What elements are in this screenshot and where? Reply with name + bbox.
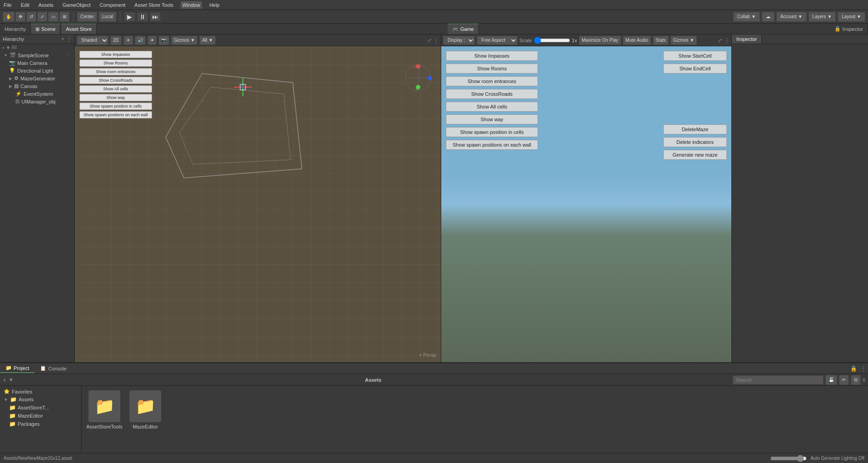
game-menu-icon[interactable]: ⋮	[724, 37, 730, 44]
bottom-menu-icon[interactable]: ⋮	[859, 365, 868, 372]
scene-show-way[interactable]: Show way	[79, 94, 152, 101]
assets-search-input[interactable]	[733, 375, 824, 384]
sidebar-packages[interactable]: 📁 Packages	[2, 420, 79, 428]
game-show-endcell[interactable]: Show EndCell	[663, 64, 727, 74]
game-delete-maze[interactable]: DeleteMaze	[663, 124, 727, 134]
scene-maximize-icon[interactable]: ⤢	[427, 37, 432, 44]
hierarchy-menu-icon[interactable]: ⋮	[66, 36, 72, 42]
scene-show-crossroads[interactable]: Show CrossRoads	[79, 77, 152, 84]
rect-tool[interactable]: ▭	[48, 12, 59, 22]
scene-show-rooms[interactable]: Show Rooms	[79, 59, 152, 67]
multi-tool[interactable]: ⊞	[59, 12, 69, 22]
hierarchy-item-maincamera[interactable]: 📷 Main Camera	[0, 59, 74, 67]
zoom-slider[interactable]	[770, 455, 807, 462]
scale-tool[interactable]: ⤢	[37, 12, 47, 22]
game-show-spawn-walls[interactable]: Show spawn positions on each wall	[446, 140, 538, 150]
game-show-spawn-cells[interactable]: Show spawn position in cells	[446, 127, 538, 137]
game-gizmos-btn[interactable]: Gizmos ▼	[671, 36, 697, 45]
sidebar-assets[interactable]: ▼ 📁 Assets	[2, 395, 79, 404]
lighting-toggle[interactable]: ☀	[123, 36, 133, 45]
scene-all-btn[interactable]: All ▼	[199, 36, 216, 45]
game-show-crossroads[interactable]: Show CrossRoads	[446, 89, 538, 99]
aspect-select[interactable]: Free Aspect	[477, 36, 518, 45]
menu-asset-store-tools[interactable]: Asset Store Tools	[133, 1, 175, 9]
assets-add-btn[interactable]: +	[3, 376, 6, 384]
hand-tool[interactable]: ✋	[3, 12, 15, 22]
bottom-tab-console[interactable]: 📋 Console	[35, 364, 72, 373]
hierarchy-item-uimanager[interactable]: ⊡ UIManager_obj	[0, 98, 74, 105]
hierarchy-item-canvas[interactable]: ▶ ▤ Canvas	[0, 82, 74, 90]
display-select[interactable]: Display 1	[443, 36, 475, 45]
step-button[interactable]: ⏭	[149, 12, 161, 22]
game-show-way[interactable]: Show way	[446, 114, 538, 124]
pivot-btn[interactable]: Center	[77, 12, 97, 22]
game-show-impasses[interactable]: Show Impasses	[446, 51, 538, 61]
hierarchy-item-mazegenerator[interactable]: ▶ ⚙ MazeGenerator	[0, 74, 74, 82]
play-button[interactable]: ▶	[124, 12, 136, 22]
game-show-all-cells[interactable]: Show All cells	[446, 102, 538, 112]
cloud-button[interactable]: ☁	[762, 12, 774, 22]
bottom-tab-project[interactable]: 📁 Project	[0, 364, 35, 373]
scene-canvas[interactable]: Y X Z Show Impasses Show Rooms Show room…	[75, 46, 441, 362]
scale-slider[interactable]	[534, 37, 570, 44]
pause-button[interactable]: ⏸	[137, 12, 148, 22]
sidebar-assetstoretools[interactable]: 📁 AssetStoreT...	[2, 404, 79, 412]
scene-tab[interactable]: ⊞ Scene	[31, 24, 60, 34]
asset-item-mazeeditor[interactable]: 📁 MazeEditor	[127, 390, 163, 429]
maximize-on-play[interactable]: Maximize On Play	[579, 36, 621, 45]
inspector-panel-tab[interactable]: 🔒 Inspector	[830, 24, 868, 34]
account-button[interactable]: Account ▼	[776, 12, 807, 22]
mute-audio[interactable]: Mute Audio	[623, 36, 651, 45]
menu-edit[interactable]: Edit	[19, 1, 31, 9]
menu-file[interactable]: File	[2, 1, 14, 9]
game-tab[interactable]: 🎮 Game	[448, 24, 479, 34]
game-maximize-icon[interactable]: ⤢	[718, 37, 722, 44]
game-show-startcell[interactable]: Show StartCell	[663, 51, 727, 61]
game-canvas[interactable]: Show Impasses Show Rooms Show room entra…	[441, 46, 731, 362]
assets-save-btn[interactable]: 💾	[825, 375, 837, 385]
sidebar-mazeeditor[interactable]: 📁 MazeEditor	[2, 412, 79, 420]
menu-gameobject[interactable]: GameObject	[61, 1, 93, 9]
stats-btn[interactable]: Stats	[653, 36, 669, 45]
menu-window[interactable]: Window	[181, 1, 202, 9]
game-show-rooms[interactable]: Show Rooms	[446, 64, 538, 74]
layers-button[interactable]: Layers ▼	[809, 12, 836, 22]
samplescene-menu-icon[interactable]: ⋮	[66, 52, 71, 58]
collab-button[interactable]: Collab ▼	[733, 12, 760, 22]
space-btn[interactable]: Local	[99, 12, 116, 22]
hierarchy-add-btn[interactable]: +	[2, 45, 5, 50]
asset-item-assetstoretools[interactable]: 📁 AssetStoreTools	[86, 390, 123, 429]
gizmos-btn[interactable]: Gizmos ▼	[171, 36, 198, 45]
audio-toggle[interactable]: 🔊	[135, 36, 146, 45]
scene-show-spawn-cells[interactable]: Show spawn position in cells	[79, 103, 152, 110]
inspector-tab-inspector[interactable]: Inspector	[732, 34, 762, 44]
scene-show-all-cells[interactable]: Show All cells	[79, 85, 152, 93]
menu-help[interactable]: Help	[207, 1, 222, 9]
scene-camera-btn[interactable]: 📷	[158, 36, 169, 45]
scene-show-impasses[interactable]: Show Impasses	[79, 51, 152, 58]
scene-menu-icon[interactable]: ⋮	[434, 37, 439, 44]
layout-button[interactable]: Layout ▼	[838, 12, 865, 22]
rotate-tool[interactable]: ↺	[26, 12, 36, 22]
shade-mode-select[interactable]: Shaded	[77, 36, 108, 45]
move-tool[interactable]: ✥	[15, 12, 25, 22]
scene-show-spawn-walls[interactable]: Show spawn positions on each wall	[79, 111, 152, 118]
game-delete-indicators[interactable]: Delete indicators	[663, 137, 727, 147]
assets-edit-btn[interactable]: ✏	[839, 375, 849, 385]
asset-store-tab[interactable]: Asset Store	[61, 24, 97, 34]
sidebar-favorites[interactable]: ⭐ Favorites	[2, 388, 79, 395]
game-show-room-entrances[interactable]: Show room entrances	[446, 76, 538, 86]
assets-filter-btn[interactable]: ▼	[8, 377, 14, 383]
hierarchy-filter-icon[interactable]: ▼	[5, 45, 10, 50]
2d-toggle[interactable]: 2D	[110, 36, 122, 45]
hierarchy-item-eventsystem[interactable]: ⚡ EventSystem	[0, 90, 74, 98]
persp-gizmo[interactable]: Y X Z	[400, 60, 436, 96]
assets-filter2-btn[interactable]: ⊟	[851, 375, 861, 385]
hierarchy-item-samplescene[interactable]: ▼ 🎬 SampleScene ⋮	[0, 51, 74, 59]
menu-assets[interactable]: Assets	[37, 1, 55, 9]
bottom-lock-icon[interactable]: 🔒	[848, 365, 859, 372]
menu-component[interactable]: Component	[98, 1, 127, 9]
fx-toggle[interactable]: ✦	[148, 36, 157, 45]
game-generate-new-maze[interactable]: Generate new maze	[663, 150, 727, 160]
hierarchy-add-icon[interactable]: +	[61, 36, 64, 42]
